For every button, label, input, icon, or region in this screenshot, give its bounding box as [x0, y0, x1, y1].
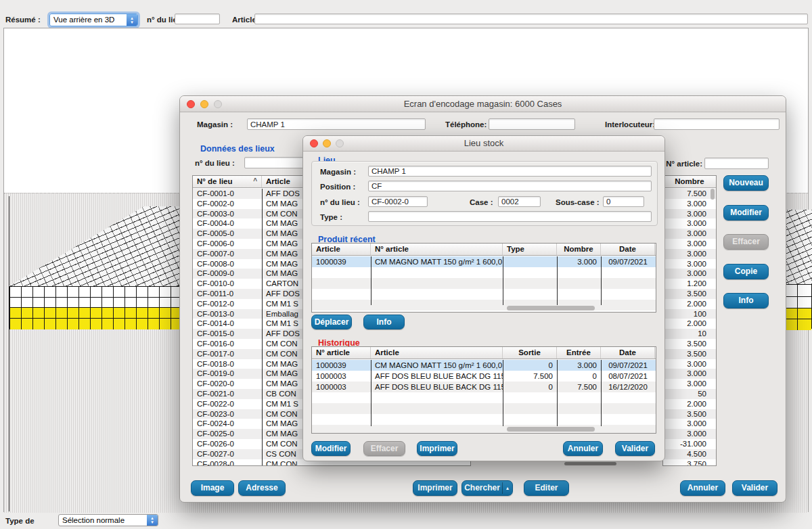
- editer-button[interactable]: Editer: [524, 480, 569, 496]
- resume-combobox[interactable]: Vue arrière en 3D ▴▾: [49, 14, 138, 26]
- header-n-de-lieu[interactable]: N° de lieu ^: [193, 176, 262, 187]
- interlocuteur-input[interactable]: [654, 118, 780, 130]
- adresse-button[interactable]: Adresse: [238, 480, 286, 496]
- type-input[interactable]: [368, 211, 652, 222]
- valider-button[interactable]: Valider: [732, 480, 777, 496]
- lieu-no-input[interactable]: [368, 196, 428, 207]
- imprimer-button[interactable]: Imprimer: [413, 480, 457, 496]
- deplacer-button[interactable]: Déplacer: [311, 315, 352, 329]
- table-row[interactable]: 3.000: [663, 269, 716, 279]
- sous-case-input[interactable]: [603, 196, 644, 207]
- table-row[interactable]: 3.000: [663, 369, 716, 379]
- case-input[interactable]: [498, 196, 541, 207]
- table-row[interactable]: 3.000: [663, 379, 716, 389]
- table-row[interactable]: 1.200: [663, 279, 716, 289]
- table-row[interactable]: 3.750: [663, 459, 716, 465]
- close-icon[interactable]: [187, 100, 195, 108]
- nouveau-button[interactable]: Nouveau: [723, 175, 769, 191]
- table-row[interactable]: 4.500: [663, 449, 716, 459]
- produit-recent-header[interactable]: Article N° article Type Nombre Date: [312, 244, 656, 256]
- header-date[interactable]: Date: [601, 244, 655, 255]
- menu-arrow-icon[interactable]: ▴: [503, 481, 512, 495]
- table-cell: 3.000: [663, 429, 716, 439]
- column-divider: [601, 256, 602, 305]
- chercher-button[interactable]: Chercher: [462, 481, 502, 495]
- header-article[interactable]: Article: [371, 347, 503, 359]
- copie-button[interactable]: Copie: [723, 264, 769, 279]
- modifier-button[interactable]: Modifier: [723, 205, 769, 221]
- table-row[interactable]: 1000039CM MAGNO MATT 150 g/m² 1 600,0 x3…: [312, 256, 656, 267]
- table-row[interactable]: 3.000: [663, 249, 716, 259]
- selection-type-combobox[interactable]: Sélection normale ▴▾: [58, 514, 158, 526]
- table-cell: 3.000: [663, 239, 716, 249]
- horizontal-scrollbar-thumb[interactable]: [507, 306, 595, 310]
- vertical-scrollbar-thumb[interactable]: [710, 189, 715, 200]
- table-row[interactable]: 7.500: [663, 189, 716, 199]
- horizontal-scrollbar-thumb[interactable]: [507, 427, 595, 432]
- table-row[interactable]: 2.000: [663, 319, 716, 329]
- header-entree[interactable]: Entrée: [557, 347, 601, 359]
- article-input[interactable]: [254, 14, 808, 24]
- table-row[interactable]: 3.500: [663, 289, 716, 299]
- table-cell: 1000003: [312, 382, 371, 392]
- table-row[interactable]: 3.000: [663, 429, 716, 439]
- table-row[interactable]: 3.000: [663, 419, 716, 429]
- minimize-icon[interactable]: [323, 139, 331, 147]
- table-row[interactable]: 3.000: [663, 218, 716, 229]
- header-nombre[interactable]: Nombre: [557, 244, 601, 255]
- table-cell: CF-0002-0: [193, 199, 262, 209]
- lieu-no-input[interactable]: [175, 14, 220, 24]
- header-n-article[interactable]: N° article: [312, 347, 371, 359]
- header-nombre[interactable]: Nombre: [663, 176, 716, 187]
- table-row[interactable]: 3.500: [663, 409, 716, 419]
- table-row[interactable]: 1000039CM MAGNO MATT 150 g/m² 1 600,0 x0…: [312, 360, 656, 371]
- magasin-input[interactable]: [247, 118, 426, 130]
- table-row[interactable]: 2.000: [663, 399, 716, 409]
- telephone-input[interactable]: [489, 118, 575, 130]
- nombre-table-body: 7.5003.0003.0003.0003.0003.0003.0003.000…: [663, 189, 716, 465]
- header-n-article[interactable]: N° article: [371, 244, 503, 255]
- table-row[interactable]: 3.000: [663, 229, 716, 239]
- table-row[interactable]: 3.000: [663, 359, 716, 369]
- table-cell: 3.000: [663, 209, 716, 219]
- historique-header[interactable]: N° article Article Sortie Entrée Date: [312, 347, 656, 359]
- annuler-button[interactable]: Annuler: [680, 480, 725, 496]
- horizontal-scrollbar-thumb[interactable]: [564, 462, 616, 465]
- nombre-table-header[interactable]: Nombre: [663, 176, 716, 188]
- table-row[interactable]: 10: [663, 329, 716, 339]
- table-row[interactable]: 50: [663, 389, 716, 399]
- dialog-titlebar[interactable]: Lieu stock: [303, 136, 664, 152]
- table-row[interactable]: 3.500: [663, 349, 716, 359]
- table-row[interactable]: 3.000: [663, 209, 716, 219]
- zoom-icon[interactable]: [214, 100, 222, 108]
- table-row[interactable]: 3.000: [663, 259, 716, 269]
- header-type[interactable]: Type: [503, 244, 557, 255]
- info-button[interactable]: Info: [363, 315, 405, 329]
- header-date[interactable]: Date: [601, 347, 655, 359]
- info-button[interactable]: Info: [723, 293, 769, 308]
- imprimer-button[interactable]: Imprimer: [417, 441, 457, 456]
- table-row[interactable]: 3.000: [663, 199, 716, 209]
- image-button[interactable]: Image: [191, 480, 234, 496]
- table-row[interactable]: 1000003AFF DOS BLEU BLUE BACK DG 115 g/m…: [312, 371, 656, 382]
- table-row[interactable]: 100: [663, 309, 716, 319]
- article-no-input[interactable]: [704, 158, 769, 169]
- zoom-icon[interactable]: [336, 139, 344, 147]
- annuler-button[interactable]: Annuler: [563, 441, 603, 456]
- header-article[interactable]: Article: [312, 244, 371, 255]
- table-row[interactable]: 2.000: [663, 299, 716, 309]
- table-row[interactable]: 3.000: [663, 239, 716, 249]
- encodage-titlebar[interactable]: Ecran d'encodage magasin: 6000 Cases: [180, 96, 786, 112]
- table-row[interactable]: 1000003AFF DOS BLEU BLUE BACK DG 115 g/m…: [312, 382, 656, 392]
- minimize-icon[interactable]: [200, 100, 208, 108]
- rack-front-face-left[interactable]: [9, 286, 192, 328]
- position-input[interactable]: [368, 181, 652, 191]
- close-icon[interactable]: [310, 139, 318, 147]
- table-row[interactable]: 3.500: [663, 339, 716, 349]
- valider-button[interactable]: Valider: [615, 441, 655, 456]
- magasin-input[interactable]: [368, 166, 652, 177]
- chercher-split-button[interactable]: Chercher ▴: [461, 480, 513, 496]
- header-sortie[interactable]: Sortie: [503, 347, 557, 359]
- modifier-button[interactable]: Modifier: [311, 441, 351, 456]
- table-row[interactable]: -31.000: [663, 439, 716, 449]
